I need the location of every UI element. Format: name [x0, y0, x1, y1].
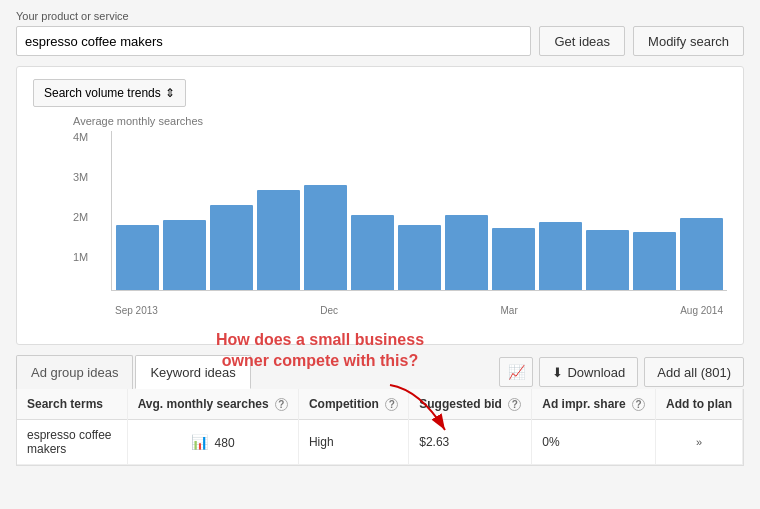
chart-dropdown-label: Search volume trends — [44, 86, 161, 100]
chart-bar-10 — [586, 230, 629, 290]
col-avg-monthly: Avg. monthly searches ? — [127, 389, 298, 420]
table-row: espresso coffee makers 📊 480 High $2.63 … — [17, 420, 743, 465]
chart-bars — [111, 131, 727, 291]
chart-icon-button[interactable]: 📈 — [499, 357, 533, 387]
get-ideas-button[interactable]: Get ideas — [539, 26, 625, 56]
col-competition: Competition ? — [298, 389, 408, 420]
avg-monthly-help-icon[interactable]: ? — [275, 398, 288, 411]
competition-help-icon[interactable]: ? — [385, 398, 398, 411]
cell-term-0: espresso coffee makers — [17, 420, 127, 465]
keyword-table: Search terms Avg. monthly searches ? Com… — [16, 389, 744, 466]
line-chart-icon: 📈 — [508, 364, 525, 380]
x-label-dec: Dec — [320, 305, 338, 316]
x-label-aug: Aug 2014 — [680, 305, 723, 316]
mini-chart-icon[interactable]: 📊 — [191, 434, 208, 450]
chart-bar-4 — [304, 185, 347, 290]
chart-x-labels: Sep 2013 Dec Mar Aug 2014 — [111, 301, 727, 316]
col-suggested-bid: Suggested bid ? — [409, 389, 532, 420]
download-label: Download — [567, 365, 625, 380]
download-button[interactable]: ⬇ Download — [539, 357, 638, 387]
add-chevron-icon[interactable]: » — [696, 436, 702, 448]
cell-chart-0: 📊 480 — [127, 420, 298, 465]
tab-keyword-ideas[interactable]: Keyword ideas — [135, 355, 250, 389]
chart-bar-6 — [398, 225, 441, 290]
x-label-mar: Mar — [501, 305, 518, 316]
chart-dropdown-button[interactable]: Search volume trends ⇕ — [33, 79, 186, 107]
cell-share-0: 0% — [532, 420, 656, 465]
tab-ad-group-ideas[interactable]: Ad group ideas — [16, 355, 133, 389]
suggested-bid-help-icon[interactable]: ? — [508, 398, 521, 411]
col-add-to-plan: Add to plan — [656, 389, 743, 420]
cell-bid-0: $2.63 — [409, 420, 532, 465]
chevron-down-icon: ⇕ — [165, 86, 175, 100]
col-ad-impr-share: Ad impr. share ? — [532, 389, 656, 420]
y-label-2m: 2M — [73, 211, 88, 223]
modify-search-button[interactable]: Modify search — [633, 26, 744, 56]
x-label-sep: Sep 2013 — [115, 305, 158, 316]
chart-bar-1 — [163, 220, 206, 290]
col-search-terms: Search terms — [17, 389, 127, 420]
y-label-4m: 4M — [73, 131, 88, 143]
add-all-button[interactable]: Add all (801) — [644, 357, 744, 387]
y-label-1m: 1M — [73, 251, 88, 263]
chart-bar-9 — [539, 222, 582, 290]
chart-bar-3 — [257, 190, 300, 290]
ad-impr-help-icon[interactable]: ? — [632, 398, 645, 411]
chart-bar-0 — [116, 225, 159, 290]
tabs-toolbar: Ad group ideas Keyword ideas 📈 ⬇ Downloa… — [16, 355, 744, 389]
search-label: Your product or service — [16, 10, 744, 22]
chart-bar-5 — [351, 215, 394, 290]
chart-bar-12 — [680, 218, 723, 290]
chart-bar-8 — [492, 228, 535, 290]
cell-competition-0: High — [298, 420, 408, 465]
chart-bar-2 — [210, 205, 253, 290]
download-icon: ⬇ — [552, 365, 563, 380]
cell-add-0: » — [656, 420, 743, 465]
chart-bar-7 — [445, 215, 488, 290]
y-label-3m: 3M — [73, 171, 88, 183]
search-input[interactable] — [16, 26, 531, 56]
chart-y-title: Average monthly searches — [73, 115, 727, 127]
chart-bar-11 — [633, 232, 676, 290]
